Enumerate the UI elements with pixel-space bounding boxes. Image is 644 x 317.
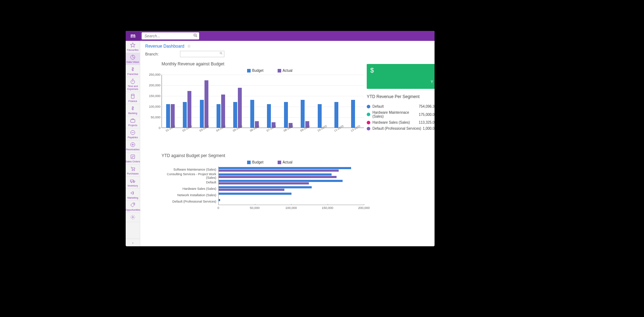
hbar-budget[interactable]: [219, 199, 220, 201]
svg-point-19: [133, 204, 134, 204]
sidebar-item-time-and-expenses[interactable]: Time and Expenses: [126, 77, 140, 92]
bar-budget[interactable]: [284, 102, 288, 128]
search-icon[interactable]: [193, 33, 198, 39]
sidebar-item-payables[interactable]: Payables: [126, 128, 140, 140]
search-input[interactable]: [142, 34, 199, 38]
chart1-legend: Budget Actual: [176, 69, 364, 72]
sidebar-item-purchases[interactable]: Purchases: [126, 165, 140, 176]
hbar-actual[interactable]: [219, 170, 339, 172]
svg-point-17: [131, 182, 132, 183]
dollar-banking-icon: [130, 106, 136, 111]
legend-label-budget: Budget: [252, 160, 263, 164]
segment-row-label: Default (Professional Services): [162, 200, 218, 203]
hbar-budget[interactable]: [219, 180, 343, 182]
bar-budget[interactable]: [250, 100, 254, 128]
global-search[interactable]: [142, 32, 199, 39]
legend-swatch-budget: [247, 69, 251, 72]
sidebar-item-data-views[interactable]: Data Views: [126, 53, 140, 65]
chart2-legend: Budget Actual: [176, 160, 364, 164]
sidebar-item-receivables[interactable]: Receivables: [126, 140, 140, 152]
segment-name: Hardware Maintennace (Sales): [372, 111, 419, 118]
svg-marker-2: [130, 43, 135, 47]
favourite-star-icon[interactable]: ☆: [187, 44, 191, 49]
stopwatch-icon: [130, 79, 136, 84]
sidebar-item-finance[interactable]: Finance: [126, 92, 140, 104]
sidebar-item-label: Time and Expenses: [126, 85, 140, 91]
y-tick-label: 150,000: [146, 94, 160, 98]
svg-point-14: [132, 170, 133, 171]
ytd-segment-block: YTD Revenue Per Segment Default754,096.3…: [367, 94, 435, 131]
segment-list-row[interactable]: Default (Professional Services)1,000.0: [367, 125, 435, 131]
sidebar-item-label: Data Views: [126, 61, 140, 64]
segment-row-label: Network Installation (Sales): [162, 193, 218, 197]
bar-budget[interactable]: [233, 102, 237, 128]
edit-icon: [130, 154, 136, 160]
segment-list-row[interactable]: Default754,096.3: [367, 103, 435, 109]
sidebar-collapse-button[interactable]: ›: [126, 238, 140, 246]
sidebar-item-opportunities[interactable]: Opportunities: [126, 201, 140, 213]
bar-actual[interactable]: [221, 95, 225, 128]
hbar-actual[interactable]: [219, 176, 337, 178]
sidebar-item-banking[interactable]: Banking: [126, 104, 140, 116]
sidebar-item-franchise[interactable]: Franchise: [126, 65, 140, 77]
bar-budget[interactable]: [200, 100, 204, 128]
segment-list-row[interactable]: Hardware Sales (Sales)113,325.0: [367, 119, 435, 125]
sidebar-item-label: Marketing: [126, 197, 140, 199]
sidebar-item-label: Finance: [126, 100, 140, 103]
svg-rect-5: [131, 94, 134, 98]
bar-actual[interactable]: [204, 80, 208, 128]
app-logo[interactable]: m: [126, 31, 140, 41]
sidebar: FavouritesData ViewsFranchiseTime and Ex…: [126, 41, 140, 246]
tag-icon: [130, 202, 136, 208]
hbar-budget[interactable]: [219, 173, 332, 176]
svg-rect-13: [131, 155, 135, 159]
hbar-budget[interactable]: [219, 193, 291, 195]
legend-label-budget: Budget: [252, 69, 263, 72]
segment-list-row[interactable]: Hardware Maintennace (Sales)175,000.0: [367, 109, 435, 119]
bar-actual[interactable]: [187, 91, 191, 128]
svg-line-1: [196, 36, 197, 37]
breadcrumb-title[interactable]: Revenue Dashboard: [145, 44, 184, 49]
branch-label: Branch:: [145, 52, 159, 56]
sidebar-item-marketing[interactable]: Marketing: [126, 189, 140, 200]
hbar-actual[interactable]: [219, 189, 284, 191]
sidebar-item-label: Favourites: [126, 49, 140, 52]
hbar-budget[interactable]: [219, 167, 351, 169]
segment-color-dot: [367, 121, 370, 124]
topbar: m: [126, 31, 435, 41]
kpi-revenue-card[interactable]: $ Y: [367, 64, 435, 89]
bar-budget[interactable]: [318, 104, 322, 128]
filter-row: Branch:: [140, 50, 435, 60]
sidebar-item-projects[interactable]: Projects: [126, 116, 140, 128]
y-tick-label: 250,000: [146, 73, 160, 76]
dollar-icon: $: [370, 67, 431, 74]
hbar-actual[interactable]: [219, 182, 309, 184]
sidebar-item-label: Sales Orders: [126, 160, 140, 163]
segment-row: Hardware Sales (Sales): [162, 186, 364, 192]
megaphone-icon: [130, 190, 136, 196]
svg-point-15: [134, 170, 135, 171]
sidebar-item-label: Opportunities: [126, 209, 140, 211]
branch-input[interactable]: [180, 51, 224, 57]
bar-budget[interactable]: [183, 102, 187, 128]
hbar-budget[interactable]: [219, 186, 312, 188]
bar-budget[interactable]: [301, 100, 305, 128]
bar-budget[interactable]: [351, 100, 355, 128]
bar-budget[interactable]: [267, 104, 271, 128]
bar-actual[interactable]: [238, 88, 242, 128]
bar-budget[interactable]: [217, 104, 220, 128]
bar-budget[interactable]: [334, 102, 338, 128]
bar-budget[interactable]: [166, 104, 170, 128]
sidebar-item-settings[interactable]: [126, 213, 140, 222]
legend-swatch-actual: [278, 161, 281, 164]
sidebar-item-inventory[interactable]: Inventory: [126, 177, 140, 188]
segment-pie-chart: [432, 140, 435, 204]
svg-point-4: [131, 80, 135, 84]
sidebar-item-sales-orders[interactable]: Sales Orders: [126, 152, 140, 164]
segment-row: Default (Professional Services): [162, 198, 364, 205]
x-tick-label: 150,000: [322, 206, 333, 210]
chart2-title: YTD against Budget per Segment: [140, 152, 435, 160]
lookup-icon[interactable]: [219, 52, 223, 56]
sidebar-item-favourites[interactable]: Favourites: [126, 41, 140, 53]
sidebar-item-label: Franchise: [126, 73, 140, 76]
